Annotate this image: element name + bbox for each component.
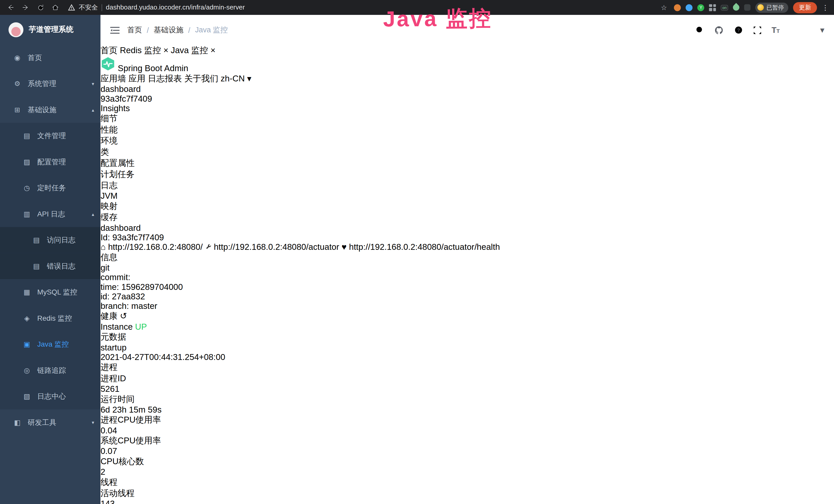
sba-item-jvm[interactable]: JVM — [101, 191, 834, 201]
file-icon: ▤ — [22, 132, 31, 140]
sba-item-logs[interactable]: 日志 — [101, 180, 834, 191]
sidebar-item-home[interactable]: ◉ 首页 — [0, 45, 101, 71]
sidebar-item-infrastructure[interactable]: ⊞ 基础设施 ▴ — [0, 97, 101, 123]
security-label: 不安全 — [79, 3, 98, 12]
sidebar-item-dev-tools[interactable]: ◧ 研发工具 ▾ — [0, 410, 101, 435]
browser-extensions: ☆ Y on 已暂停 更新 ⋮ — [659, 2, 829, 13]
user-avatar[interactable] — [790, 20, 810, 40]
close-icon[interactable]: × — [211, 46, 216, 55]
sidebar-item-mysql-monitor[interactable]: ▦ MySQL 监控 — [0, 279, 101, 305]
document-icon: ▤ — [32, 236, 41, 244]
extension-leaf-icon[interactable] — [731, 3, 741, 12]
breadcrumb-home[interactable]: 首页 — [127, 25, 142, 35]
admin-sidebar: 芋道管理系统 ◉ 首页 ⚙ 系统管理 ▾ ⊞ 基础设施 ▴ ▤ 文件管理 ▨ — [0, 15, 101, 504]
sba-content: dashboard Id: 93a3fc7f7409 ⌂ http://192.… — [101, 223, 834, 504]
extension-icon-2[interactable] — [686, 4, 693, 11]
extension-icon-1[interactable] — [674, 4, 681, 11]
history-icon[interactable]: ↺ — [120, 312, 127, 320]
sba-instance-header[interactable]: dashboard 93a3fc7f7409 — [101, 85, 834, 104]
sidebar-toggle-icon[interactable] — [110, 26, 120, 34]
extension-icon-3[interactable]: Y — [697, 4, 704, 11]
bookmark-star-icon[interactable]: ☆ — [659, 2, 669, 13]
sidebar-item-scheduled-tasks[interactable]: ◷ 定时任务 — [0, 175, 101, 201]
sidebar-item-error-logs[interactable]: ▤ 错误日志 — [0, 253, 101, 279]
sba-logo-icon — [101, 56, 115, 71]
sidebar-item-access-logs[interactable]: ▤ 访问日志 — [0, 227, 101, 253]
extensions-grid-icon[interactable] — [709, 4, 716, 11]
sidebar-item-java-monitor[interactable]: ▣ Java 监控 — [0, 331, 101, 357]
health-card-header: 健康 ↺ — [101, 311, 834, 322]
profile-paused-badge[interactable]: 已暂停 — [755, 2, 788, 12]
help-icon[interactable]: ? — [734, 25, 743, 35]
legend-live-threads: 活动线程 143 — [101, 488, 834, 504]
sba-item-mappings[interactable]: 映射 — [101, 201, 834, 212]
sidebar-item-redis-monitor[interactable]: ◈ Redis 监控 — [0, 305, 101, 331]
sba-item-scheduled-tasks[interactable]: 计划任务 — [101, 169, 834, 180]
info-card: 信息 git commit: time: 1596289704000 i — [101, 252, 834, 311]
sba-nav-applications[interactable]: 应用 — [128, 74, 146, 83]
trace-icon: ◎ — [22, 366, 31, 374]
sba-item-environment[interactable]: 环境 — [101, 136, 834, 146]
avatar-caret-icon: ▾ — [820, 25, 825, 35]
health-instance-row[interactable]: Instance UP — [101, 322, 834, 332]
back-icon[interactable] — [5, 2, 16, 13]
wrench-icon — [205, 243, 214, 251]
browser-menu-icon[interactable]: ⋮ — [822, 3, 829, 11]
info-card-header: 信息 — [101, 252, 834, 263]
sba-item-details[interactable]: 细节 — [101, 113, 834, 124]
log-icon: ▥ — [22, 210, 31, 218]
sidebar-item-link-tracing[interactable]: ◎ 链路追踪 — [0, 358, 101, 383]
tag-redis-monitor[interactable]: Redis 监控 × — [120, 46, 171, 55]
insights-section-title: Insights — [101, 104, 834, 113]
metadata-startup-row: startup 2021-04-27T00:44:31.254+08:00 — [101, 343, 834, 362]
spring-boot-admin-frame: Spring Boot Admin 应用墙 应用 日志报表 关于我们 zh-CN… — [101, 56, 834, 504]
sba-nav-journal[interactable]: 日志报表 — [148, 74, 182, 83]
tag-home[interactable]: 首页 — [101, 46, 120, 55]
forward-icon[interactable] — [20, 2, 31, 13]
sidebar-item-system-management[interactable]: ⚙ 系统管理 ▾ — [0, 71, 101, 96]
breadcrumb-infrastructure[interactable]: 基础设施 — [154, 25, 183, 35]
extension-on-badge[interactable]: on — [721, 5, 728, 10]
instance-health-link[interactable]: ♥ http://192.168.0.2:48080/actuator/heal… — [342, 243, 500, 251]
sba-item-config-props[interactable]: 配置属性 — [101, 158, 834, 169]
tools-icon: ◧ — [13, 418, 22, 427]
sba-item-performance[interactable]: 性能 — [101, 124, 834, 136]
sidebar-item-config-management[interactable]: ▨ 配置管理 — [0, 149, 101, 175]
font-size-icon[interactable]: TT — [772, 25, 780, 35]
tag-java-monitor[interactable]: Java 监控 × — [171, 46, 216, 55]
sba-nav-wallboard[interactable]: 应用墙 — [101, 74, 126, 83]
fullscreen-icon[interactable] — [753, 26, 762, 34]
logo-avatar — [8, 22, 23, 37]
sba-language-select[interactable]: zh-CN ▾ — [221, 74, 251, 83]
instance-name: dashboard — [101, 85, 834, 94]
github-icon[interactable] — [714, 25, 724, 35]
sba-item-classes[interactable]: 类 — [101, 147, 834, 158]
close-icon[interactable]: × — [163, 46, 168, 55]
sba-nav-about[interactable]: 关于我们 — [184, 74, 218, 83]
browser-update-button[interactable]: 更新 — [793, 2, 817, 13]
monitor-icon: ⊞ — [13, 106, 22, 114]
sidebar-item-file-management[interactable]: ▤ 文件管理 — [0, 123, 101, 148]
chevron-down-icon: ▾ — [92, 81, 94, 87]
refresh-icon[interactable] — [35, 2, 46, 13]
sba-item-caches[interactable]: 缓存 — [101, 212, 834, 223]
sidebar-item-api-logs[interactable]: ▥ API 日志 ▴ — [0, 201, 101, 227]
app-logo[interactable]: 芋道管理系统 — [0, 15, 101, 45]
sidebar-item-log-center[interactable]: ▧ 日志中心 — [0, 383, 101, 409]
gear-icon: ⚙ — [13, 80, 22, 88]
metric-system-cpu: 系统CPU使用率 0.07 — [101, 435, 834, 456]
instance-actuator-link[interactable]: http://192.168.0.2:48080/actuator — [205, 243, 342, 251]
address-bar[interactable]: 不安全 dashboard.yudao.iocoder.cn/infra/adm… — [68, 3, 245, 12]
search-icon[interactable] — [695, 25, 704, 35]
process-card-header: 进程 — [101, 362, 834, 373]
metric-uptime: 运行时间 6d 23h 15m 59s — [101, 394, 834, 415]
sba-brand[interactable]: Spring Boot Admin — [101, 56, 834, 73]
threads-card: 线程 活动线程 1 — [101, 477, 834, 504]
extensions-puzzle-icon[interactable] — [744, 4, 750, 11]
instance-base-url-link[interactable]: ⌂ http://192.168.0.2:48080/ — [101, 243, 205, 251]
home-icon: ⌂ — [101, 243, 106, 251]
breadcrumb-current: Java 监控 — [195, 25, 228, 35]
home-icon[interactable] — [50, 2, 61, 13]
java-monitor-icon: ▣ — [22, 340, 31, 348]
chevron-up-icon: ▴ — [92, 211, 94, 217]
